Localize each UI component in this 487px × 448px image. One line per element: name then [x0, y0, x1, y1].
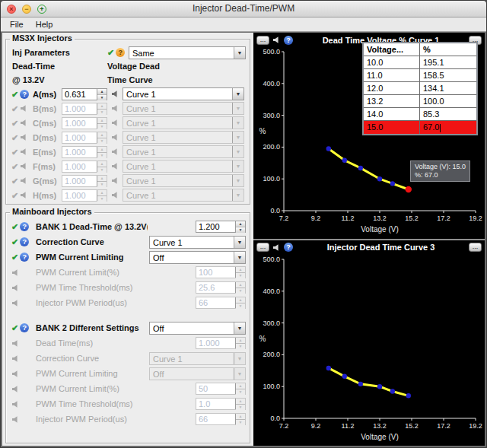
row-spacer [10, 310, 246, 320]
speaker-icon [111, 162, 119, 170]
curve-point[interactable] [390, 181, 395, 186]
menu-file[interactable]: File [4, 19, 30, 30]
cell-value: 134.1 [423, 84, 444, 93]
voltage-curve-select[interactable]: Curve 1▼ [123, 87, 244, 100]
setting-select[interactable]: Curve 1▼ [149, 236, 246, 249]
y-tick-label: 0.0 [270, 207, 280, 214]
voltage-curve-select: Curve 1▼ [123, 102, 244, 115]
table-cell[interactable]: 158.5 [420, 69, 476, 82]
speaker-icon [20, 148, 28, 156]
curve-point[interactable] [390, 389, 395, 393]
setting-input[interactable]: 1.200▲▼ [196, 221, 246, 233]
table-row[interactable]: 12.0134.1 [364, 82, 476, 95]
voltage-curve-select: Curve 1▼ [123, 174, 244, 187]
curve-point[interactable] [342, 158, 347, 163]
help-icon[interactable]: ? [284, 36, 293, 45]
help-icon[interactable]: ? [20, 323, 29, 332]
selected-value: Curve 1 [123, 160, 232, 172]
help-icon[interactable]: ? [20, 237, 29, 246]
chevron-down-icon: ▼ [232, 132, 244, 143]
chevron-down-icon: ▼ [234, 368, 245, 380]
main-content: MS3X Injectors Inj Parameters ✔ ? Same ▼… [2, 33, 485, 446]
minimize-window-button[interactable]: − [22, 5, 31, 14]
table-cell[interactable]: 195.1 [420, 56, 476, 69]
spinner-buttons: ▲▼ [97, 147, 107, 157]
y-tick-label: 200.0 [263, 351, 280, 358]
setting-select[interactable]: Off▼ [149, 251, 246, 264]
table-cell[interactable]: 11.0 [364, 69, 420, 82]
chart-options-button[interactable]: ... [469, 243, 482, 252]
spinner-up-button[interactable]: ▲ [97, 89, 107, 95]
selected-curve-point[interactable] [406, 186, 412, 192]
spinner-down-button: ▼ [97, 167, 107, 173]
speaker-icon [11, 339, 20, 348]
row-icons: ✔ [11, 148, 31, 157]
table-row[interactable]: 13.2100.0 [364, 95, 476, 108]
title-bar[interactable]: × − + Injector Dead-Time/PWM [1, 1, 486, 17]
spinner-buttons: ▲▼ [235, 282, 245, 293]
speaker-icon [11, 268, 20, 277]
table-cell[interactable]: 85.3 [420, 108, 476, 121]
curve-point[interactable] [406, 393, 411, 398]
close-window-button[interactable]: × [7, 5, 16, 14]
setting-select[interactable]: Off▼ [149, 322, 246, 335]
param-control: 50▲▼ [149, 383, 246, 395]
curve-data-table[interactable]: Voltage...%10.0195.111.0158.512.0134.113… [362, 42, 478, 135]
help-icon[interactable]: ? [116, 48, 125, 57]
help-icon[interactable]: ? [284, 243, 293, 252]
help-icon[interactable]: ? [20, 90, 29, 99]
table-row[interactable]: 10.0195.1 [364, 56, 476, 69]
chevron-down-icon: ▼ [232, 103, 244, 114]
speaker-icon [20, 191, 28, 199]
x-tick-label: 11.2 [342, 214, 355, 222]
dead-time-mode-select[interactable]: Same ▼ [129, 46, 246, 59]
param-label: BANK 1 Dead-Time @ 13.2V(ms) [36, 222, 148, 231]
curve-point[interactable] [326, 365, 331, 370]
spinner-buttons: ▲▼ [235, 383, 245, 394]
table-cell[interactable]: 14.0 [364, 108, 420, 121]
help-icon[interactable]: ? [20, 222, 29, 231]
table-cell[interactable]: 100.0 [420, 95, 476, 108]
inj-parameters-row: Inj Parameters ✔ ? Same ▼ [10, 46, 246, 59]
selected-value: Curve 1 [123, 117, 232, 129]
table-row[interactable]: 11.0158.5 [364, 69, 476, 82]
spinner-up-button: ▲ [236, 282, 245, 288]
chevron-down-icon: ▼ [234, 353, 245, 364]
chevron-down-icon: ▼ [232, 160, 244, 172]
chart-options-button[interactable]: ... [256, 243, 269, 252]
table-cell[interactable]: 10.0 [364, 56, 420, 69]
chart-plot[interactable]: 7.29.211.213.215.217.219.20.0100.0200.03… [253, 254, 485, 446]
row-icons: ✔? [11, 323, 34, 332]
field-value: 1.000 [196, 338, 235, 348]
dead-time-value-input[interactable]: 0.631▲▼ [62, 88, 107, 100]
setting-input: 50▲▼ [196, 383, 246, 395]
ms3x-param-row: ✔?A(ms)0.631▲▼Curve 1▼ [10, 87, 246, 101]
help-icon[interactable]: ? [20, 253, 29, 262]
table-row[interactable]: 14.085.3 [364, 108, 476, 121]
zoom-window-button[interactable]: + [37, 5, 46, 14]
table-cell[interactable]: 13.2 [364, 95, 420, 108]
mainboard-param-row: PWM Current LimitingOff▼ [10, 366, 246, 381]
table-cell[interactable]: 12.0 [364, 82, 420, 95]
curve-point[interactable] [358, 166, 363, 170]
menu-help[interactable]: Help [30, 19, 59, 30]
ms3x-param-row: ✔D(ms)1.000▲▼Curve 1▼ [10, 130, 246, 145]
curve-point[interactable] [377, 176, 382, 181]
row-icons [109, 104, 121, 113]
spinner-up-button[interactable]: ▲ [236, 221, 245, 227]
ms3x-rows: ✔?A(ms)0.631▲▼Curve 1▼✔B(ms)1.000▲▼Curve… [10, 87, 246, 202]
chart-options-button[interactable]: ... [256, 36, 269, 45]
cell-value: 10.0 [367, 58, 383, 67]
curve-point[interactable] [377, 384, 382, 389]
spinner-down-button[interactable]: ▼ [236, 227, 245, 233]
table-cell[interactable]: 134.1 [420, 82, 476, 95]
curve-point[interactable] [358, 381, 363, 386]
table-cell[interactable]: 15.0 [364, 121, 420, 134]
table-cell[interactable]: 67.0 [420, 121, 476, 134]
field-value: 50 [196, 383, 235, 394]
curve-point[interactable] [326, 146, 331, 151]
spinner-down-button[interactable]: ▼ [97, 95, 107, 100]
spinner-buttons: ▲▼ [235, 414, 245, 424]
table-row[interactable]: 15.067.0 [364, 121, 476, 134]
curve-point[interactable] [342, 373, 347, 378]
